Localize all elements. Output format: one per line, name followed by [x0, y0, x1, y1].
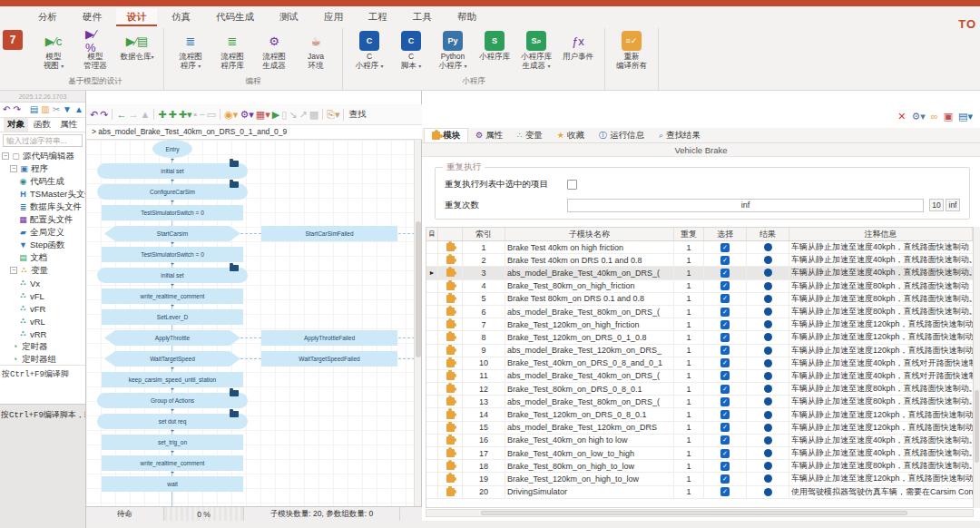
row-select-checkbox[interactable]: ✓	[720, 423, 730, 432]
tree-expander-icon[interactable]: −	[10, 267, 17, 274]
flow-node-branch[interactable]: WaitTargetSpeedFailed	[261, 351, 397, 367]
flow-node-entry[interactable]: Entry	[152, 140, 192, 158]
flow-node-pill[interactable]: set dut req	[97, 414, 248, 429]
tree-item-vRL[interactable]: ∴vRL	[0, 315, 85, 328]
data-warehouse-button[interactable]: ▶⁄▤数据仓库▾	[116, 31, 158, 62]
tree-item-程序[interactable]: −▣程序	[0, 162, 85, 175]
ribbon-tab-测试[interactable]: 测试	[269, 8, 309, 26]
table-row[interactable]: 4Brake_Test_80km_on_high_friction1✓车辆从静止…	[426, 280, 973, 293]
table-row[interactable]: 2Brake Test 40km on DRS 0.1 and 0.81✓车辆从…	[426, 254, 973, 267]
flow-node-pill[interactable]: Group of Actions	[97, 393, 248, 408]
row-select-checkbox[interactable]: ✓	[720, 435, 730, 445]
flowchart-vertical-scrollbar[interactable]	[414, 140, 421, 506]
redo-icon[interactable]: ↷	[100, 110, 108, 120]
add-child-icon[interactable]: ✚	[169, 110, 177, 120]
ribbon-tab-硬件[interactable]: 硬件	[72, 8, 113, 26]
panel-tab-变量[interactable]: ∴变量	[510, 128, 550, 142]
row-select-checkbox[interactable]: ✓	[720, 269, 730, 278]
redo-icon[interactable]: ↷	[13, 105, 20, 114]
tree-item-文档[interactable]: ▤文档	[0, 251, 85, 264]
nav-back-icon[interactable]: ←	[116, 110, 126, 120]
tree-item-变量[interactable]: −∴变量	[0, 264, 85, 277]
row-select-checkbox[interactable]: ✓	[720, 410, 730, 419]
table-row[interactable]: 13abs_model_Brake_Test_80km_on_DRS_(1✓车辆…	[426, 396, 973, 408]
model-manager-button[interactable]: ▶⁄%模型管理器	[74, 31, 116, 70]
flow-node-rect[interactable]: TestSimulatorSwitch = 0	[102, 205, 243, 220]
ribbon-tab-分析[interactable]: 分析	[27, 8, 68, 26]
row-select-checkbox[interactable]: ✓	[720, 462, 730, 471]
row-select-checkbox[interactable]: ✓	[720, 243, 730, 252]
tree-item-TSMaster头文件[interactable]: HTSMaster头文件	[0, 188, 85, 200]
tree-expander-icon[interactable]: −	[2, 152, 9, 160]
repeat-count-10-button[interactable]: 10	[929, 199, 944, 211]
tree-item-源代码编辑器[interactable]: −▢源代码编辑器	[0, 150, 85, 162]
row-select-checkbox[interactable]: ✓	[720, 449, 730, 458]
c-applet-button[interactable]: CC小程序 ▾	[348, 31, 390, 71]
row-select-checkbox[interactable]: ✓	[720, 474, 730, 484]
tree-item-vFR[interactable]: ∴vFR	[0, 302, 85, 315]
applet-library-generator-button[interactable]: S⌕小程序库生成器 ▾	[515, 31, 557, 71]
ribbon-tab-工程[interactable]: 工程	[358, 8, 398, 26]
table-menu-icon[interactable]: ▦▾	[256, 110, 270, 120]
panel-tab-运行信息[interactable]: ⓘ运行信息	[592, 128, 652, 142]
flow-node-lens[interactable]: WaitTargetSpeed	[104, 351, 240, 367]
table-row[interactable]: 14Brake_Test_120km_on_DRS_0_8_0.11✓车辆从静止…	[426, 408, 973, 421]
row-select-checkbox[interactable]: ✓	[720, 371, 730, 380]
tree-item-Step函数[interactable]: ▼Step函数	[0, 239, 85, 251]
left-tab-对象[interactable]: 对象	[4, 118, 28, 132]
panel-tab-属性[interactable]: ⚙属性	[468, 128, 510, 142]
ribbon-tab-设计[interactable]: 设计	[116, 8, 157, 26]
copy-file-icon[interactable]: ▤	[30, 105, 38, 114]
tree-item-定时器[interactable]: ◔定时器	[0, 340, 85, 353]
ribbon-tab-帮助[interactable]: 帮助	[446, 8, 487, 26]
repeat-selected-checkbox[interactable]	[567, 180, 577, 190]
run-icon[interactable]: ▶	[272, 110, 279, 120]
paste-blue-icon[interactable]: ▤▾	[958, 112, 973, 122]
row-select-checkbox[interactable]: ✓	[720, 320, 730, 329]
table-row[interactable]: 17Brake_Test_40km_on_low_to_high1✓车辆从静止加…	[426, 447, 973, 460]
tree-item-vRR[interactable]: ∴vRR	[0, 328, 85, 340]
repeat-count-input[interactable]: inf	[567, 199, 924, 212]
applet-library-button[interactable]: S小程序库	[474, 31, 515, 61]
table-row[interactable]: ►3abs_model_Brake_Test_40km_on_DRS_(1✓车辆…	[426, 267, 973, 279]
flow-node-pill[interactable]: ConfigureCarSim	[97, 184, 248, 200]
fit-icon[interactable]: ▭	[207, 110, 216, 120]
model-view-button[interactable]: ▶⁄c模型视图 ▾	[33, 31, 74, 71]
grid-icon[interactable]: ▩	[309, 110, 318, 120]
table-row[interactable]: 11abs_model_Brake_Test_40km_on_DRS_(1✓车辆…	[426, 370, 973, 383]
tree-item-全局定义[interactable]: ▰全局定义	[0, 226, 85, 239]
cut-icon[interactable]: ✂	[53, 105, 60, 114]
flowchart-library-button[interactable]: ≣流程图程序库	[211, 31, 253, 70]
minus-icon[interactable]: −	[199, 110, 204, 120]
tree-item-Vx[interactable]: ∴Vx	[0, 277, 85, 289]
flow-node-pill[interactable]: initial set	[97, 163, 248, 179]
rebuild-all-button[interactable]: ≡✓重新编译所有	[611, 31, 652, 70]
ribbon-tab-代码生成[interactable]: 代码生成	[205, 8, 265, 26]
table-row[interactable]: 10Brake_Test_40km_on_DRS_0_8_and_0_11✓车辆…	[426, 357, 973, 370]
panel-tab-模块[interactable]: 模块	[424, 128, 468, 142]
flow-node-rect[interactable]: wait	[102, 476, 243, 492]
table-horizontal-scrollbar[interactable]	[426, 509, 974, 517]
table-row[interactable]: 9abs_model_Brake_Test_120km_on_DRS_1✓车辆从…	[426, 345, 973, 357]
tools-icon[interactable]: ⚙▾	[911, 112, 925, 122]
target-menu-icon[interactable]: ◉▾	[224, 110, 238, 120]
flow-node-rect[interactable]: write_realtime_comment	[102, 455, 243, 471]
flowchart-breadcrumb[interactable]: > abs_model_Brake_Test_40km_on_DRS_0_1_a…	[86, 125, 422, 140]
table-row[interactable]: 15abs_model_Brake_Test_120km_on_DRS1✓车辆从…	[426, 422, 973, 435]
add-menu-icon[interactable]: ✚▾	[179, 110, 192, 120]
save-file-icon[interactable]: ▥	[41, 105, 49, 114]
add-node-icon[interactable]: ✚	[158, 110, 166, 120]
table-row[interactable]: 6abs_model_Brake_Test_80km_on_DRS_(1✓车辆从…	[426, 306, 973, 318]
flowchart-canvas[interactable]: Entryinitial setConfigureCarSimTestSimul…	[86, 140, 415, 506]
nav-up-icon[interactable]: ▲	[140, 110, 150, 120]
table-row[interactable]: 12Brake_Test_80km_on_DRS_0_8_0.11✓车辆从静止加…	[426, 383, 973, 396]
app-logo[interactable]: 7	[3, 30, 23, 50]
row-select-checkbox[interactable]: ✓	[720, 487, 730, 496]
row-select-checkbox[interactable]: ✓	[720, 308, 730, 317]
tree-expander-icon[interactable]: −	[10, 165, 17, 172]
flow-node-rect[interactable]: TestSimulatorSwitch = 0	[102, 247, 243, 262]
diag-up-icon[interactable]: ↗	[299, 110, 307, 120]
diag-down-icon[interactable]: ↘	[289, 110, 297, 120]
row-select-checkbox[interactable]: ✓	[720, 385, 730, 394]
row-select-checkbox[interactable]: ✓	[720, 333, 730, 342]
